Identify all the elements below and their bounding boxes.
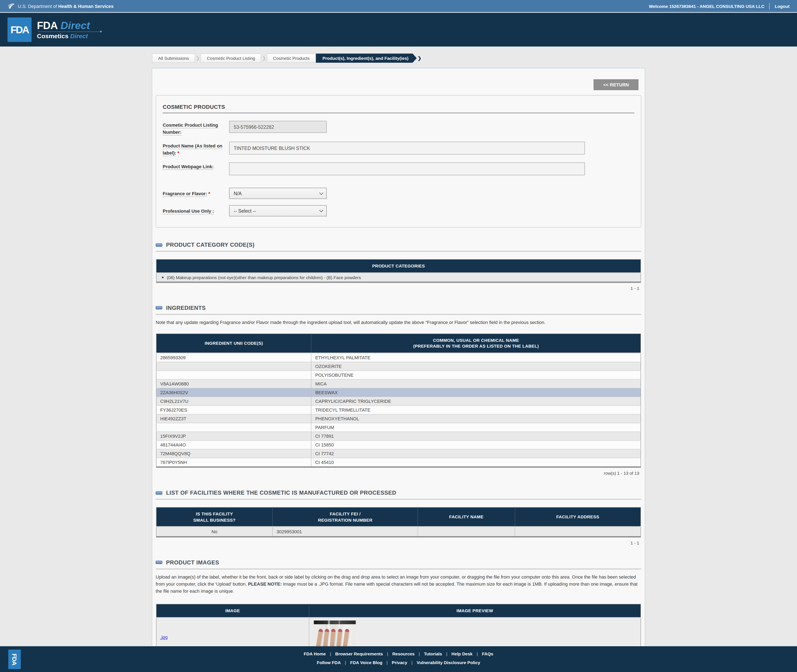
hhs-label: U.S. Department of Health & Human Servic… <box>18 3 113 8</box>
breadcrumb-separator-icon: ❯ <box>262 56 266 61</box>
footer-link[interactable]: Privacy <box>392 660 407 665</box>
ingredient-row[interactable]: 72M48QQV8Q CI 77742 <box>156 449 641 458</box>
image-file-link[interactable]: .jpg <box>160 635 168 640</box>
footer-link-divider: | <box>446 651 447 656</box>
fragrance-flavor-label: Fragrance or Flavor:* <box>163 190 229 197</box>
ingredient-unii-cell: 15FIX9V2JP <box>156 432 311 440</box>
collapse-icon[interactable] <box>156 306 162 309</box>
fragrance-flavor-select[interactable]: N/A <box>229 188 327 199</box>
ingredient-row[interactable]: V8A1AW0880 MICA <box>156 379 641 388</box>
facility-name-column-header: FACILITY NAME <box>418 507 515 527</box>
facility-address-column-header: FACILITY ADDRESS <box>515 507 641 527</box>
return-button[interactable]: << RETURN <box>594 79 639 90</box>
product-categories-header: PRODUCT CATEGORIES <box>156 259 641 273</box>
ingredients-note: Note that any update regarding Fragrance… <box>156 319 598 326</box>
footer-link[interactable]: Vulnerability Disclosure Policy <box>417 660 480 665</box>
breadcrumb-arrow-icon: ❯ <box>418 56 421 61</box>
webpage-link-input[interactable] <box>229 162 585 175</box>
ingredient-row[interactable]: 15FIX9V2JP CI 77891 <box>156 432 641 440</box>
footer-link[interactable]: Tutorials <box>424 651 442 656</box>
small-business-column-header: IS THIS FACILITYSMALL BUSINESS? <box>156 507 273 527</box>
ingredients-pagination: row(s) 1 - 13 of 13 <box>156 470 639 475</box>
ingredient-row[interactable]: 2ZA36H0S2V BEESWAX <box>156 388 641 397</box>
header-divider <box>770 3 770 10</box>
ingredient-row[interactable]: PARFUM <box>156 423 641 432</box>
footer-link[interactable]: Resources <box>392 651 414 656</box>
facilities-section: LIST OF FACILITIES WHERE THE COSMETIC IS… <box>156 490 641 545</box>
ingredient-name-cell: CAPRYLIC/CAPRIC TRIGLYCERIDE <box>311 397 641 406</box>
product-category-title: PRODUCT CATEGORY CODE(S) <box>166 242 254 248</box>
professional-use-select[interactable]: -- Select -- <box>229 205 327 216</box>
listing-number-label: Cosmetic Product Listing Number: <box>163 121 229 135</box>
facilities-title: LIST OF FACILITIES WHERE THE COSMETIC IS… <box>166 490 396 496</box>
welcome-text: Welcome 15267383641 - ANGEL CONSULTING U… <box>649 3 764 8</box>
listing-number-input <box>229 121 327 133</box>
footer-link[interactable]: FAQs <box>482 651 494 656</box>
image-column-header: IMAGE <box>156 604 309 618</box>
ingredient-row[interactable]: 2865993309 ETHYLHEXYL PALMITATE <box>156 353 641 362</box>
facility-small-business-cell: No <box>156 527 273 537</box>
ingredient-row[interactable]: POLYISOBUTENE <box>156 371 641 379</box>
fda-logo: FDA <box>8 18 32 42</box>
categories-pagination: 1 - 1 <box>156 286 639 291</box>
ingredient-row[interactable]: HIE492ZZ3T PHENOXYETHANOL <box>156 414 641 423</box>
collapse-icon[interactable] <box>156 491 162 494</box>
footer-links-row1: FDA Home | Browser Requirements | Resour… <box>0 646 797 656</box>
brand-direct: Direct <box>61 19 90 31</box>
product-images-instructions: Upload an image(s) of the label, whether… <box>156 574 641 595</box>
ingredient-name-cell: PHENOXYETHANOL <box>311 414 641 423</box>
breadcrumb-separator-icon: ❯ <box>196 56 200 61</box>
main-header: FDA FDA Direct Cosmetics Direct <box>0 13 797 46</box>
ingredient-row[interactable]: C9H2L21V7U CAPRYLIC/CAPRIC TRIGLYCERIDE <box>156 397 641 406</box>
product-name-label: Product Name (As listed on label):* <box>163 142 229 156</box>
breadcrumb-cosmetic-product-listing[interactable]: Cosmetic Product Listing <box>201 54 261 63</box>
breadcrumb-all-submissions[interactable]: All Submissions <box>152 54 195 63</box>
breadcrumb: All Submissions ❯ Cosmetic Product Listi… <box>152 54 645 63</box>
logout-link[interactable]: Logout <box>775 3 789 8</box>
ingredient-name-cell: TRIDECYL TRIMELLITATE <box>311 406 641 414</box>
ingredient-unii-cell: 72M48QQV8Q <box>156 449 311 458</box>
footer-link-divider: | <box>387 660 388 665</box>
ingredient-name-cell: POLYISOBUTENE <box>311 371 641 379</box>
footer-link-divider: | <box>345 660 346 665</box>
ingredient-name-cell: CI 77891 <box>311 432 641 440</box>
footer-link-divider: | <box>411 660 412 665</box>
ingredient-name-cell: PARFUM <box>311 423 641 432</box>
footer-link[interactable]: Browser Requirements <box>335 651 383 656</box>
footer-link[interactable]: FDA Voice Blog <box>350 660 382 665</box>
ingredient-name-cell: CI 45410 <box>311 458 641 467</box>
ingredient-unii-cell: HIE492ZZ3T <box>156 414 311 423</box>
ingredient-row[interactable]: FY36J270ES TRIDECYL TRIMELLITATE <box>156 406 641 414</box>
chevron-down-icon <box>319 208 323 212</box>
collapse-icon[interactable] <box>156 243 162 246</box>
collapse-icon[interactable] <box>156 561 162 564</box>
fei-column-header: FACILITY FEI /REGISTRATION NUMBER <box>273 507 418 527</box>
facility-name-cell <box>418 527 515 537</box>
footer-link-divider: | <box>419 651 420 656</box>
facility-address-cell <box>515 527 641 537</box>
ingredient-unii-cell: 481744AI4O <box>156 440 311 449</box>
ingredient-unii-cell: 2ZA36H0S2V <box>156 388 311 397</box>
cosmetic-products-panel: COSMETIC PRODUCTS Cosmetic Product Listi… <box>156 95 641 227</box>
brand-block: FDA Direct Cosmetics Direct <box>37 20 100 40</box>
ingredient-unii-cell <box>156 423 311 432</box>
ingredient-row[interactable]: 767IP0Y5NH CI 45410 <box>156 458 641 467</box>
hhs-eagle-icon <box>8 2 15 10</box>
footer-link[interactable]: Follow FDA <box>317 660 341 665</box>
brand-separator <box>38 32 100 32</box>
footer: FDA FDA Home | Browser Requirements | Re… <box>0 646 797 672</box>
product-name-input[interactable] <box>229 142 585 155</box>
ingredient-unii-cell: 2865993309 <box>156 353 311 362</box>
footer-link[interactable]: FDA Home <box>303 651 326 656</box>
footer-link[interactable]: Help Desk <box>451 651 473 656</box>
footer-link-divider: | <box>387 651 388 656</box>
ingredients-table: INGREDIENT UNII CODE(S) COMMON, USUAL OR… <box>156 333 641 468</box>
ingredient-row[interactable]: OZOKERITE <box>156 362 641 371</box>
ingredient-name-cell: CI 15850 <box>311 440 641 449</box>
breadcrumb-cosmetic-products[interactable]: Cosmetic Products <box>267 54 316 63</box>
facility-row: No 3029953001 <box>156 527 641 537</box>
footer-link-divider: | <box>330 651 331 656</box>
unii-column-header: INGREDIENT UNII CODE(S) <box>156 333 311 353</box>
ingredient-row[interactable]: 481744AI4O CI 15850 <box>156 440 641 449</box>
brand-cosmetics: Cosmetics <box>37 32 69 40</box>
